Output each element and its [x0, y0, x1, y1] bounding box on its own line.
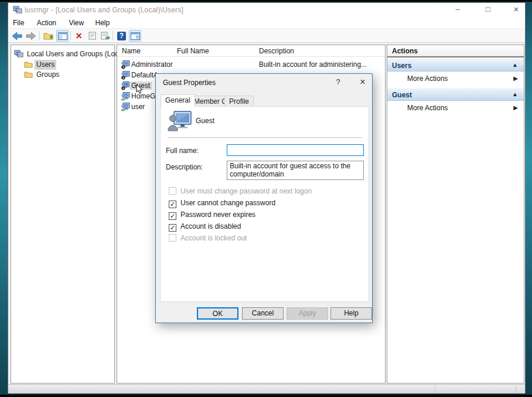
checkbox-checked-icon[interactable]: ✓ — [169, 224, 176, 232]
back-arrow-icon — [12, 32, 22, 40]
checkbox-cannot-change-password[interactable]: ✓User cannot change password — [169, 199, 275, 208]
tree-root-node[interactable]: Local Users and Groups (Local) — [11, 49, 114, 59]
folder-icon — [24, 71, 33, 78]
collapse-icon[interactable]: ▲ — [512, 62, 518, 68]
toolbar: ✕ ? — [8, 29, 525, 43]
delete-x-icon: ✕ — [76, 31, 83, 40]
show-action-pane-button[interactable] — [129, 30, 141, 42]
back-button[interactable] — [11, 30, 23, 42]
folder-icon — [24, 61, 33, 68]
expand-icon: ▶ — [513, 104, 518, 111]
menu-view[interactable]: View — [69, 19, 84, 27]
statusbar-separator — [435, 386, 435, 393]
status-bar — [8, 384, 525, 393]
tab-profile[interactable]: Profile — [224, 96, 254, 107]
mouse-cursor — [136, 84, 144, 94]
user-account-disabled-icon — [121, 82, 130, 90]
delete-button[interactable]: ✕ — [73, 30, 85, 42]
column-header-name[interactable]: Name — [122, 47, 141, 55]
row-name: user — [131, 101, 145, 113]
actions-panel: Actions Users ▲ More Actions ▶ Guest ▲ M… — [387, 45, 524, 384]
list-row-administrator[interactable]: Administrator Built-in account for admin… — [117, 59, 385, 70]
checkbox-must-change-password: User must change password at next logon — [169, 187, 312, 196]
help-button[interactable]: Help — [330, 307, 372, 320]
help-icon: ? — [336, 77, 340, 86]
cancel-button[interactable]: Cancel — [242, 307, 284, 320]
console-tree-panel: Local Users and Groups (Local) Users Gro… — [11, 45, 115, 384]
up-folder-icon — [43, 32, 53, 40]
export-list-icon — [101, 32, 110, 40]
menu-file[interactable]: File — [13, 19, 24, 27]
user-account-disabled-icon — [121, 71, 130, 80]
checkbox-icon — [169, 187, 176, 195]
checkbox-label: Account is locked out — [180, 234, 247, 242]
menu-help[interactable]: Help — [96, 19, 110, 27]
general-tab-page: Guest Full name: Description: Built-in a… — [160, 106, 369, 302]
guest-properties-dialog: Guest Properties ? × General Member Of P… — [155, 73, 373, 323]
checkbox-password-never-expires[interactable]: ✓Password never expires — [169, 211, 255, 219]
action-pane-icon — [131, 32, 140, 40]
help-button[interactable]: ? — [115, 30, 128, 42]
actions-section-guest-label: Guest — [392, 91, 412, 99]
close-button[interactable]: × — [506, 3, 526, 17]
dialog-help-button[interactable]: ? — [332, 76, 345, 88]
checkbox-label: User must change password at next logon — [180, 187, 312, 195]
apply-button[interactable]: Apply — [287, 307, 328, 320]
checkbox-checked-icon[interactable]: ✓ — [169, 201, 176, 208]
expand-icon: ▶ — [513, 75, 518, 82]
actions-section-users[interactable]: Users ▲ — [387, 59, 524, 72]
maximize-icon: □ — [486, 5, 490, 13]
description-input[interactable]: Built-in account for guest access to the… — [227, 161, 364, 180]
collapse-icon[interactable]: ▲ — [512, 91, 518, 97]
row-name: Administrator — [131, 59, 173, 70]
checkbox-account-disabled[interactable]: ✓Account is disabled — [169, 222, 241, 231]
tree-item-users-label: Users — [35, 60, 56, 70]
user-account-icon — [121, 92, 130, 101]
menu-bar: File Action View Help — [8, 17, 525, 29]
properties-doc-icon — [88, 32, 96, 40]
column-header-full-name[interactable]: Full Name — [177, 47, 209, 55]
properties-button[interactable] — [86, 30, 98, 42]
guest-more-actions[interactable]: More Actions ▶ — [387, 101, 524, 115]
divider — [168, 137, 362, 138]
checkbox-label: Password never expires — [180, 211, 255, 219]
console-tree-icon — [58, 32, 67, 40]
title-bar[interactable]: lusrmgr - [Local Users and Groups (Local… — [8, 3, 525, 17]
toolbar-separator — [70, 31, 71, 40]
actions-section-guest[interactable]: Guest ▲ — [387, 89, 524, 101]
show-console-tree-button[interactable] — [56, 30, 69, 42]
checkbox-checked-icon[interactable]: ✓ — [169, 212, 176, 220]
column-header-description[interactable]: Description — [259, 47, 294, 55]
actions-section-users-label: Users — [392, 62, 411, 70]
maximize-button[interactable]: □ — [478, 3, 498, 17]
statusbar-separator — [516, 386, 516, 393]
users-more-actions[interactable]: More Actions ▶ — [387, 72, 524, 86]
checkbox-icon — [169, 234, 176, 242]
minimize-icon: – — [455, 5, 459, 13]
toolbar-separator — [112, 31, 113, 40]
help-icon: ? — [117, 32, 126, 40]
actions-panel-title: Actions — [387, 45, 524, 57]
tree-item-users[interactable]: Users — [11, 60, 114, 70]
more-actions-label: More Actions — [407, 104, 448, 112]
computer-users-icon — [14, 50, 23, 58]
user-account-disabled-icon — [121, 60, 130, 69]
menu-action[interactable]: Action — [37, 19, 56, 27]
description-label: Description: — [166, 163, 203, 171]
checkbox-account-locked-out: Account is locked out — [169, 234, 247, 243]
dialog-close-button[interactable]: × — [356, 76, 369, 88]
close-icon: × — [360, 77, 365, 87]
full-name-input[interactable] — [227, 144, 364, 156]
window-title: lusrmgr - [Local Users and Groups (Local… — [25, 6, 183, 14]
minimize-button[interactable]: – — [448, 3, 468, 17]
forward-button[interactable] — [25, 30, 37, 42]
user-account-icon — [121, 103, 130, 111]
tab-general[interactable]: General — [161, 94, 195, 107]
checkbox-label: User cannot change password — [180, 199, 275, 207]
tree-item-groups[interactable]: Groups — [11, 70, 114, 80]
up-one-level-button[interactable] — [42, 30, 54, 42]
guest-user-icon — [168, 111, 192, 132]
toolbar-separator — [39, 31, 40, 40]
export-list-button[interactable] — [99, 30, 111, 42]
ok-button[interactable]: OK — [197, 307, 238, 320]
